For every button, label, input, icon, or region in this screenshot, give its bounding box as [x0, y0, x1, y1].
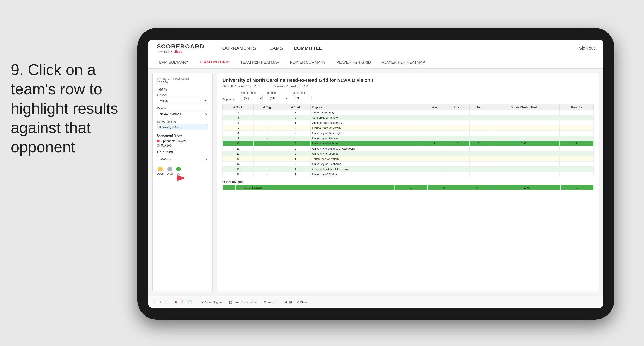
opponent-cell: Georgia Institute of Technology [310, 167, 424, 172]
table-row[interactable]: 15 - 4 Georgia Institute of Technology [223, 167, 594, 172]
sub-nav: TEAM SUMMARY TEAM H2H GRID TEAM H2H HEAT… [148, 57, 604, 69]
region-select[interactable]: (All) [267, 95, 288, 101]
subnav-player-h2h-heatmap[interactable]: PLAYER H2H HEATMAP [382, 57, 425, 68]
colour-by-select[interactable]: Win/loss [157, 156, 208, 162]
clock-icon[interactable]: 🕐 [188, 300, 192, 304]
win-cell [424, 151, 445, 156]
sign-out-link[interactable]: Sign out [579, 46, 595, 51]
reg-cell: - [254, 115, 281, 120]
rounds-cell [560, 146, 594, 151]
computer-icon[interactable]: 🖥 [284, 300, 287, 304]
subnav-team-summary[interactable]: TEAM SUMMARY [157, 57, 188, 68]
watch-chevron: ▾ [276, 301, 278, 304]
win-cell [424, 115, 445, 120]
subnav-player-h2h-grid[interactable]: PLAYER H2H GRID [336, 57, 371, 68]
rank-cell: 14 [223, 162, 254, 167]
top-nav: SCOREBOARD Powered by clippd TOURNAMENTS… [148, 40, 604, 57]
table-row[interactable]: 8 - 2 University of Washington [223, 131, 594, 136]
out-division-row[interactable]: NCAA Division II 1 0 0 26.00 3 [223, 185, 594, 190]
loss-cell [445, 131, 470, 136]
main-content: Last Updated: 27/03/2024 16:55:38 Team G… [148, 69, 604, 296]
app-logo: SCOREBOARD Powered by clippd [157, 43, 204, 53]
reg-cell: - [254, 120, 281, 125]
table-row[interactable]: 2 - 1 Auburn University [223, 110, 594, 115]
conference-label: Conference [241, 91, 262, 94]
rank-cell: 16 [223, 172, 254, 177]
subnav-team-h2h-heatmap[interactable]: TEAM H2H HEATMAP [240, 57, 279, 68]
undo-icon[interactable]: ↩ [152, 300, 155, 304]
table-row[interactable]: 6 - 2 Florida State University [223, 125, 594, 131]
copy-icon[interactable]: ⧉ [175, 300, 177, 304]
paste-icon[interactable]: 📋 [180, 300, 185, 304]
share-label: Share [300, 301, 308, 304]
tie-cell [470, 131, 488, 136]
subnav-team-h2h-grid[interactable]: TEAM H2H GRID [199, 57, 230, 68]
rank-cell: 15 [223, 167, 254, 172]
conf-cell: 1 [281, 110, 310, 115]
diff-cell [488, 125, 560, 131]
reg-cell: - [254, 151, 281, 156]
highlighted-table-row[interactable]: 10 - 5 University of Alabama 3 0 0 2.61 … [223, 141, 594, 146]
win-cell [424, 110, 445, 115]
conf-cell: 6 [281, 146, 310, 151]
watch-button[interactable]: 👁 Watch ▾ [262, 300, 280, 305]
gender-select[interactable]: Men's [157, 98, 208, 104]
subnav-player-summary[interactable]: PLAYER SUMMARY [290, 57, 326, 68]
opponent-view-played[interactable]: Opponents Played [157, 139, 208, 143]
conf-cell: 3 [281, 136, 310, 141]
out-win-cell: 1 [394, 185, 427, 190]
rank-cell: 4 [223, 120, 254, 125]
toolbar-icons: 🖥 ⊞ [284, 300, 292, 304]
opponent-select[interactable]: (All) [293, 95, 314, 101]
view-original-button[interactable]: 👁 View: Original [200, 300, 224, 305]
nav-tournaments[interactable]: TOURNAMENTS [220, 44, 256, 52]
save-icon: 💾 [229, 301, 232, 304]
conference-filter: Conference (All) [241, 91, 262, 101]
win-cell [424, 162, 445, 167]
division-select[interactable]: NCAA Division I [157, 111, 208, 117]
grid-records: Overall Record: 89 - 17 - 0 Division Rec… [222, 84, 594, 88]
back-icon[interactable]: ↩ [164, 300, 167, 304]
rounds-cell [560, 172, 594, 177]
conf-cell: 1 [281, 156, 310, 162]
tie-cell [470, 151, 488, 156]
win-cell [424, 120, 445, 125]
loss-cell [445, 120, 470, 125]
bottom-toolbar: ↩ ↪ ↩ | ⧉ 📋 🕐 | 👁 View: Original 💾 Save … [148, 296, 604, 308]
diff-cell [488, 167, 560, 172]
table-row[interactable]: 3 - 2 Vanderbilt University [223, 115, 594, 120]
rank-cell: 11 [223, 146, 254, 151]
tablet-frame: SCOREBOARD Powered by clippd TOURNAMENTS… [138, 28, 614, 320]
watch-label: Watch [268, 301, 275, 304]
conference-select[interactable]: (All) [241, 95, 262, 101]
loss-cell [445, 156, 470, 162]
loss-cell [445, 146, 470, 151]
rank-cell: 6 [223, 125, 254, 131]
share-button[interactable]: ↗ Share [295, 300, 310, 305]
nav-teams[interactable]: TEAMS [267, 44, 283, 52]
rank-cell: 3 [223, 115, 254, 120]
col-loss: Loss [445, 104, 470, 110]
rounds-cell [560, 162, 594, 167]
save-custom-button[interactable]: 💾 Save Custom View [227, 300, 259, 305]
table-row[interactable]: 12 - 3 University of Virginia [223, 151, 594, 156]
tie-cell [470, 120, 488, 125]
col-diff: Diff Av Strokes/Rnd [488, 104, 560, 110]
rank-cell: 2 [223, 110, 254, 115]
grid-panel: University of North Carolina Head-to-Hea… [217, 73, 599, 292]
nav-committee[interactable]: COMMITTEE [294, 44, 322, 52]
table-row[interactable]: 13 - 1 Texas Tech University [223, 156, 594, 162]
opponent-cell: Arizona State University [310, 120, 424, 125]
opponent-cell: University of Washington [310, 131, 424, 136]
table-row[interactable]: 11 - 6 University of Arkansas, Fayettevi… [223, 146, 594, 151]
table-row[interactable]: 4 - 1 Arizona State University [223, 120, 594, 125]
rounds-cell [560, 136, 594, 141]
table-row[interactable]: 16 - 1 University of Florida [223, 172, 594, 177]
table-row[interactable]: 9 - 3 University of Arizona [223, 136, 594, 141]
table-row[interactable]: 14 - 2 University of Oklahoma [223, 162, 594, 167]
redo-icon[interactable]: ↪ [158, 300, 161, 304]
win-cell [424, 172, 445, 177]
opponent-view-top100[interactable]: Top 100 [157, 144, 208, 147]
grid-icon[interactable]: ⊞ [289, 300, 292, 304]
loss-cell: 0 [445, 141, 470, 146]
